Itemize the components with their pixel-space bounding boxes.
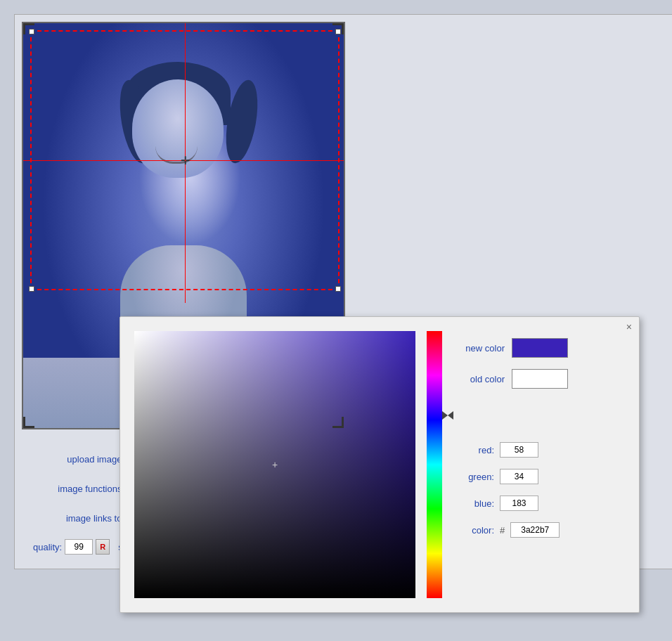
blue-label: blue: [459, 498, 494, 509]
hue-arrow-left [448, 411, 453, 420]
new-color-label: new color [459, 343, 505, 354]
hex-input[interactable] [510, 522, 560, 538]
hue-arrow-right [442, 411, 448, 420]
functions-label: image functions: [33, 484, 124, 494]
color-picker-dialog: × + new color old color r [119, 316, 640, 613]
hex-row: color: # [459, 522, 625, 538]
corner-bracket-bl [23, 417, 34, 428]
dialog-close-button[interactable]: × [626, 321, 632, 332]
green-row: green: [459, 469, 625, 484]
old-color-swatch [512, 369, 568, 389]
blue-row: blue: [459, 496, 625, 511]
old-color-label: old color [459, 374, 505, 384]
links-label: image links to: [33, 513, 124, 524]
corner-bracket-tr [332, 23, 344, 34]
blue-input[interactable] [500, 496, 538, 511]
red-input[interactable] [500, 442, 538, 458]
color-gradient-square[interactable]: + [134, 331, 415, 598]
green-label: green: [459, 472, 494, 482]
hue-bar-container [427, 331, 448, 598]
red-row: red: [459, 442, 625, 458]
hue-spectrum-bar[interactable] [427, 331, 442, 598]
quality-reset-button[interactable]: R [96, 539, 110, 555]
new-color-swatch [512, 338, 568, 358]
old-color-row: old color [459, 369, 625, 389]
color-hex-label: color: [459, 525, 494, 536]
color-picker-body: + new color old color red: [134, 331, 625, 598]
green-input[interactable] [500, 469, 538, 484]
red-label: red: [459, 445, 494, 455]
upload-label: upload image: [33, 454, 124, 465]
corner-bracket-tl [23, 23, 34, 34]
color-info-panel: new color old color red: green: blue: [459, 331, 625, 538]
quality-label: quality: [33, 542, 62, 552]
corner-bracket-br [332, 417, 344, 428]
hash-symbol: # [500, 525, 505, 536]
new-color-row: new color [459, 338, 625, 358]
color-square-cursor: + [272, 459, 278, 470]
quality-input[interactable] [65, 539, 93, 555]
